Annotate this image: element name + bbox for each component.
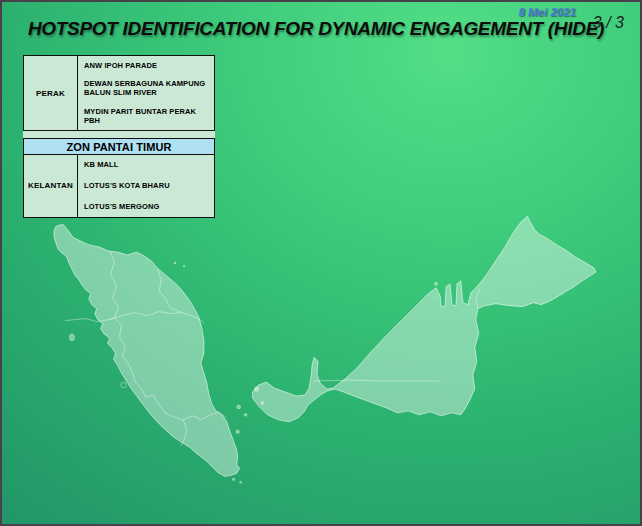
table-spacer — [23, 131, 215, 138]
location-line: BALUN SLIM RIVER — [84, 88, 212, 97]
page-indicator: 3 / 3 — [593, 14, 624, 32]
location-line: MYDIN PARIT BUNTAR PERAK PBH — [84, 107, 212, 125]
region-label-perak: PERAK — [24, 56, 78, 130]
location-list-perak: ANW IPOH PARADE DEWAN SERBAGUNA KAMPUNG … — [78, 56, 214, 130]
location-item: KB MALL — [84, 160, 212, 169]
location-item: DEWAN SERBAGUNA KAMPUNG BALUN SLIM RIVER — [84, 79, 212, 97]
peninsular-malaysia — [54, 224, 240, 476]
hotspot-table-kelantan: KELANTAN KB MALL LOTUS'S KOTA BHARU LOTU… — [23, 154, 215, 218]
location-item: ANW IPOH PARADE — [84, 61, 212, 70]
east-malaysia — [253, 216, 596, 421]
location-line: KB MALL — [84, 160, 212, 169]
location-line: LOTUS'S MERGONG — [84, 202, 212, 211]
slide-date: 8 Mei 2021 — [518, 6, 576, 18]
location-line: DEWAN SERBAGUNA KAMPUNG — [84, 79, 212, 88]
location-line: LOTUS'S KOTA BHARU — [84, 181, 212, 190]
region-label-kelantan: KELANTAN — [24, 155, 78, 217]
zone-header: ZON PANTAI TIMUR — [23, 138, 215, 155]
location-line: ANW IPOH PARADE — [84, 61, 212, 70]
slide: 8 Mei 2021 HOTSPOT IDENTIFICATION FOR DY… — [0, 0, 642, 526]
location-item: LOTUS'S MERGONG — [84, 202, 212, 211]
location-item: MYDIN PARIT BUNTAR PERAK PBH — [84, 107, 212, 125]
hotspot-table-perak: PERAK ANW IPOH PARADE DEWAN SERBAGUNA KA… — [23, 55, 215, 131]
location-item: LOTUS'S KOTA BHARU — [84, 181, 212, 190]
location-list-kelantan: KB MALL LOTUS'S KOTA BHARU LOTUS'S MERGO… — [78, 155, 214, 217]
page-title: HOTSPOT IDENTIFICATION FOR DYNAMIC ENGAG… — [2, 18, 630, 40]
